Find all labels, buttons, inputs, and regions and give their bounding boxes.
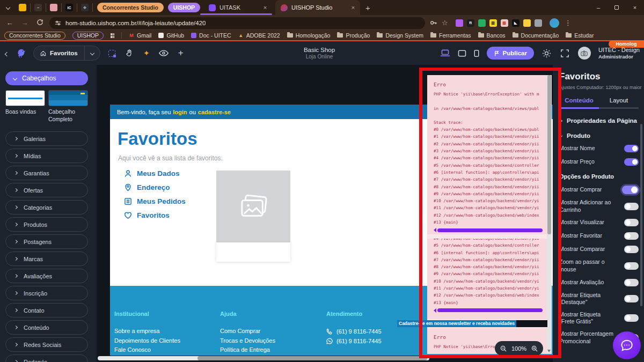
menu-item-meus-dados[interactable]: Meus Dados: [124, 169, 186, 178]
toggle-switch[interactable]: [624, 203, 639, 210]
pinned-tab[interactable]: ~: [31, 3, 46, 12]
close-button[interactable]: ×: [626, 0, 644, 15]
register-link[interactable]: cadastre-se: [198, 109, 231, 115]
sidebar-item[interactable]: Contato: [5, 303, 88, 317]
sidebar-item[interactable]: Garantias: [5, 166, 88, 180]
bookmark-pill-uishop[interactable]: UISHOP: [72, 32, 104, 40]
pinned-tab[interactable]: [46, 3, 62, 12]
extension-icon[interactable]: [456, 19, 463, 27]
login-link[interactable]: login: [173, 109, 187, 115]
canvas-horizontal-scrollbar[interactable]: [98, 356, 429, 360]
footer-link[interactable]: Depoimentos de Clientes: [114, 336, 180, 346]
pan-tool-icon[interactable]: [124, 48, 135, 58]
sidebar-item[interactable]: Postagens: [5, 234, 88, 249]
maximize-button[interactable]: [608, 0, 626, 15]
magic-tool-icon[interactable]: ✦: [141, 48, 152, 58]
tab-uishop-studio[interactable]: UISHOP Studio ×: [275, 0, 360, 15]
extension-icon[interactable]: ft: [467, 19, 474, 27]
pinned-tab[interactable]: ◆: [77, 3, 93, 12]
sidebar-item[interactable]: Produtos: [5, 217, 88, 232]
uishop-bird-logo-icon[interactable]: [15, 48, 27, 58]
user-avatar[interactable]: [578, 47, 591, 60]
bookmark-item[interactable]: ▲ ADOBE 2022: [238, 32, 280, 39]
user-info[interactable]: UITEC - Design Administrador: [598, 47, 640, 60]
toggle-switch[interactable]: [624, 314, 639, 322]
bookmark-item[interactable]: Estudar: [566, 32, 594, 39]
zoom-in-icon[interactable]: [531, 345, 538, 352]
menu-item-favoritos[interactable]: Favoritos: [124, 211, 186, 219]
variant-boas-vindas[interactable]: Boas vindas: [5, 90, 45, 123]
toggle-switch[interactable]: [622, 186, 639, 194]
mobile-preview-icon[interactable]: [474, 49, 479, 57]
address-bar[interactable]: hom-studio.uishop.com.br/#/loja-leiaute/…: [49, 17, 425, 29]
toggle-switch[interactable]: [624, 295, 639, 302]
publish-button[interactable]: Publicar: [487, 47, 534, 60]
footer-link[interactable]: Fale Conosco: [114, 345, 180, 355]
browser-menu-icon[interactable]: ⋮: [565, 19, 572, 27]
bookmark-star-icon[interactable]: ☆: [442, 19, 448, 27]
footer-whatsapp[interactable]: (61) 9 8116-7445: [326, 336, 382, 346]
scroll-down-arrow-icon[interactable]: [547, 350, 551, 352]
back-chevron-icon[interactable]: [5, 48, 9, 58]
sidebar-item[interactable]: Marcas: [5, 252, 88, 266]
footer-link[interactable]: Sobre a empresa: [114, 327, 180, 336]
new-tab-button[interactable]: +: [365, 3, 370, 12]
bookmark-item[interactable]: Ferramentas: [430, 32, 471, 39]
sidebar-item[interactable]: Conteúdo: [5, 320, 88, 335]
theme-brightness-icon[interactable]: [541, 48, 552, 58]
reload-icon[interactable]: [34, 19, 45, 27]
sidebar-item[interactable]: Categorias: [5, 200, 88, 215]
page-selector[interactable]: Favoritos: [33, 46, 100, 61]
bookmark-pill-concorrentes[interactable]: Concorrentes Studio: [4, 32, 65, 40]
password-key-icon[interactable]: [429, 19, 437, 27]
tablet-preview-icon[interactable]: [458, 50, 466, 57]
bookmark-item[interactable]: Design System: [377, 32, 423, 39]
extension-icon[interactable]: [478, 19, 486, 27]
footer-link[interactable]: Trocas e Devoluções: [220, 336, 275, 346]
bookmark-item[interactable]: GitHub: [158, 32, 184, 39]
bookmark-item[interactable]: Homologação: [287, 32, 331, 39]
pinned-tab[interactable]: [15, 3, 31, 12]
sidebar-item[interactable]: Inscrição: [5, 286, 88, 300]
newsletter-input-selected[interactable]: [516, 320, 547, 327]
support-chat-button[interactable]: [613, 331, 641, 359]
footer-phone[interactable]: (61) 9 8116-7445: [326, 327, 382, 336]
section-product[interactable]: Produto: [559, 132, 639, 139]
sidebar-item-cabecalhos[interactable]: Cabeçalhos: [5, 71, 88, 85]
back-icon[interactable]: ←: [4, 19, 15, 27]
tab-close-icon[interactable]: ×: [352, 4, 355, 11]
tab-conteudo[interactable]: Conteúdo: [559, 97, 599, 104]
section-page-properties[interactable]: Propriedades da Página: [559, 117, 639, 124]
sidebar-item[interactable]: Avaliações: [5, 269, 88, 283]
forward-icon[interactable]: →: [19, 19, 30, 27]
pinned-tab[interactable]: IC: [62, 3, 77, 12]
bookmark-item[interactable]: Documentação: [513, 32, 559, 39]
select-tool-icon[interactable]: [107, 48, 118, 58]
tab-uitask[interactable]: UITASK ×: [203, 0, 272, 15]
desktop-preview-icon[interactable]: [440, 49, 450, 57]
footer-link[interactable]: Política de Entrega: [220, 345, 275, 355]
bookmark-item[interactable]: Bancos: [478, 32, 506, 39]
add-section-icon[interactable]: +: [175, 48, 186, 58]
error-vertical-scrollbar[interactable]: [547, 75, 552, 354]
extension-icon[interactable]: [535, 19, 542, 27]
sidebar-item[interactable]: Ofertas: [5, 183, 88, 197]
toggle-switch[interactable]: [624, 219, 639, 226]
scrollbar-thumb[interactable]: [547, 75, 551, 234]
page-selector-chevron[interactable]: [84, 46, 100, 60]
extension-icon[interactable]: [523, 19, 531, 27]
browser-profile-avatar[interactable]: [550, 18, 559, 28]
toggle-switch[interactable]: [624, 262, 639, 270]
menu-item-meus-pedidos[interactable]: Meus Pedidos: [124, 197, 186, 205]
tab-group-concorrentes[interactable]: Concorrentes Studio: [97, 3, 164, 12]
site-info-icon[interactable]: [55, 20, 61, 26]
error-horizontal-scrollbar[interactable]: [434, 308, 543, 313]
error-horizontal-scrollbar[interactable]: [434, 228, 543, 232]
bookmark-item[interactable]: Doc - UITEC: [191, 32, 231, 39]
toggle-switch[interactable]: [624, 232, 639, 240]
tab-group-uishop[interactable]: UISHOP: [168, 3, 200, 12]
tab-layout[interactable]: Layout: [599, 97, 639, 104]
variant-cabecalho-completo[interactable]: Cabeçalho Completo: [48, 90, 88, 123]
tab-search-icon[interactable]: [3, 3, 13, 12]
zoom-out-icon[interactable]: [500, 345, 507, 352]
